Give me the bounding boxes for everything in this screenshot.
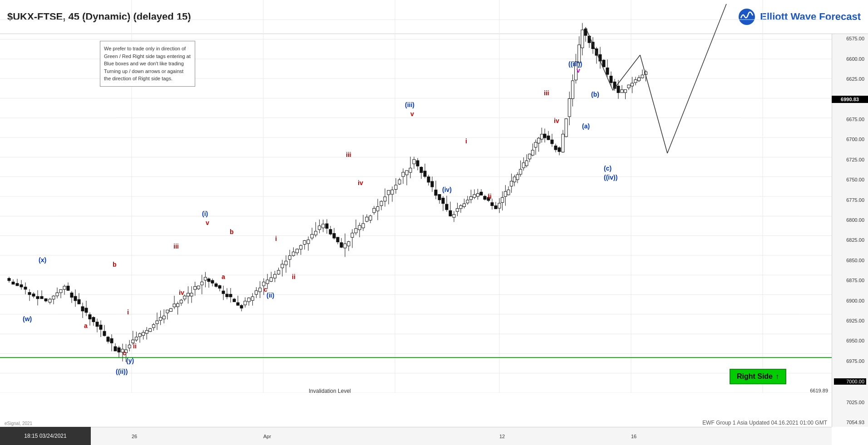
footer-esignal: eSignal, 2021 [5, 421, 32, 426]
wave-label: (iv) [442, 186, 452, 193]
wave-label: iii [346, 151, 351, 158]
wave-label: v [206, 219, 209, 226]
wave-label: v [410, 110, 414, 117]
wave-label: iv [358, 179, 363, 186]
price-tick: 6750.00 [834, 177, 866, 182]
current-price-label: 6990.83 [832, 96, 868, 103]
datetime-bar: 18:15 03/24/2021 [0, 427, 91, 445]
wave-label: ((iv)) [604, 174, 617, 181]
price-tick: 6600.00 [834, 56, 866, 62]
wave-label: b [230, 228, 234, 235]
wave-label: iii [544, 89, 549, 97]
price-tick: 7025.00 [834, 400, 866, 405]
wave-label: (w) [23, 315, 32, 323]
price-axis: 7054.937025.007000.006975.006950.006925.… [832, 34, 868, 427]
chart-container: $UKX-FTSE, 45 (Dynamic) (delayed 15) Ell… [0, 0, 868, 445]
price-tick: 7054.93 [834, 420, 866, 425]
invalidation-label: Invalidation Level [309, 388, 351, 394]
wave-label: a [222, 273, 225, 280]
price-tick: 6900.00 [834, 298, 866, 303]
price-tick: 6725.00 [834, 157, 866, 162]
wave-label: a [84, 322, 88, 329]
wave-label: ii [488, 193, 492, 200]
price-tick: 7000.00 [834, 378, 866, 385]
wave-label: (c) [604, 165, 612, 172]
info-box: We prefer to trade only in direction of … [100, 41, 195, 87]
wave-label: (i) [202, 210, 208, 217]
right-side-text: Right Side [737, 372, 773, 381]
footer-ewf: EWF Group 1 Asia Updated 04.16.2021 01:0… [702, 420, 827, 426]
wave-label: b [113, 261, 117, 268]
price-tick: 6850.00 [834, 258, 866, 263]
wave-label: iv [554, 117, 559, 124]
price-tick: 6950.00 [834, 338, 866, 343]
wave-label: iv [179, 289, 184, 296]
price-tick: 6975.00 [834, 358, 866, 364]
time-label-12: 12 [499, 434, 505, 439]
wave-label: i [465, 137, 467, 145]
wave-label: ii [133, 342, 137, 350]
wave-label: i [275, 235, 277, 242]
price-tick: 6825.00 [834, 237, 866, 243]
right-side-badge: Right Side ↑ [730, 369, 786, 384]
wave-label: v [577, 67, 580, 74]
wave-label: (ii) [266, 292, 274, 299]
invalidation-value: 6619.89 [810, 388, 828, 393]
time-label-apr: Apr [263, 434, 271, 439]
time-axis: 26 Apr 12 16 [0, 427, 832, 445]
wave-label: c [123, 349, 126, 357]
price-tick: 6775.00 [834, 197, 866, 203]
price-tick: 6675.00 [834, 117, 866, 122]
price-tick: 6925.00 [834, 318, 866, 323]
wave-label: i [127, 308, 129, 316]
price-tick: 6625.00 [834, 76, 866, 82]
price-tick: 6800.00 [834, 217, 866, 223]
time-label-26: 26 [132, 434, 137, 439]
time-label-16: 16 [631, 434, 636, 439]
wave-label: ii [292, 273, 296, 280]
wave-label: (y) [126, 357, 134, 364]
datetime-text: 18:15 03/24/2021 [24, 433, 66, 439]
wave-label: (a) [582, 122, 590, 130]
wave-label: (b) [591, 91, 599, 98]
price-tick: 6700.00 [834, 137, 866, 142]
wave-label: ((ii)) [116, 368, 128, 375]
price-tick: 6575.00 [834, 36, 866, 41]
info-box-text: We prefer to trade only in direction of … [104, 46, 191, 81]
price-tick: 6875.00 [834, 278, 866, 283]
wave-label: (x) [39, 256, 46, 264]
wave-label: (iii) [405, 101, 414, 108]
wave-label: iii [173, 243, 179, 250]
right-side-arrow: ↑ [775, 372, 779, 381]
